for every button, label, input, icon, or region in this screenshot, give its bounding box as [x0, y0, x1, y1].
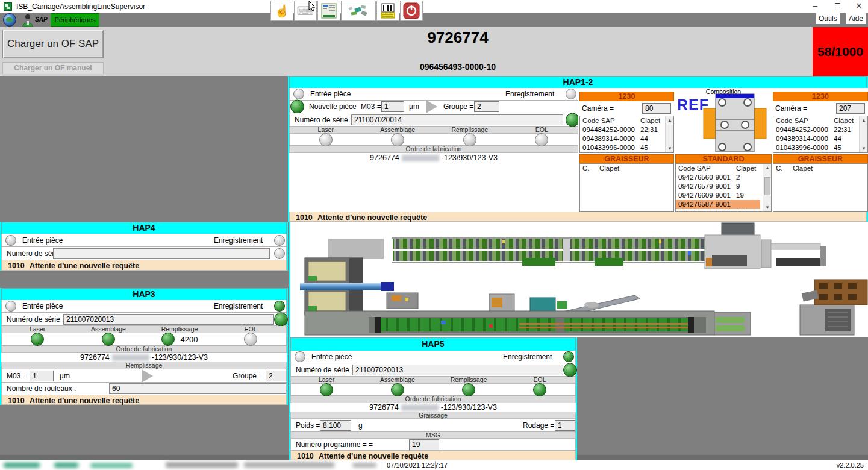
graisseur-left-list[interactable]: C.Clapet: [579, 163, 674, 212]
camera-left-row: Caméra =: [579, 102, 674, 114]
hap1-2-steps-leds: [289, 134, 578, 146]
serial-input[interactable]: [351, 114, 563, 125]
company-logo: [54, 463, 78, 468]
list-item[interactable]: 010433996-000045: [580, 143, 673, 152]
serial-input[interactable]: [53, 248, 270, 259]
camera-right-value[interactable]: [836, 103, 865, 114]
composition-area: Composition 1230 Caméra = Code SAPClapet…: [578, 88, 868, 212]
hap5-entree-row: Entrée pièce Enregistrement: [290, 351, 576, 363]
scrollbar[interactable]: ▲▼: [763, 164, 771, 212]
hap3-m03-row: M03 = µm Groupe =: [1, 369, 287, 383]
of-section-header: Ordre de fabrication: [1, 346, 287, 353]
eol-led: [535, 133, 548, 146]
peripheriques-button[interactable]: Périphériques: [51, 13, 99, 27]
laser-led: [31, 333, 44, 346]
hap1-2-nouvelle-row: Nouvelle pièce M03 = µm Groupe =: [289, 101, 578, 113]
of-redacted: [402, 155, 439, 161]
barcode-icon: [381, 2, 395, 19]
camera-left-value[interactable]: [642, 103, 671, 114]
scrollbar[interactable]: ▲▼: [859, 116, 867, 152]
groupe-input[interactable]: [266, 371, 286, 381]
list-item[interactable]: 094484252-000022;31: [580, 125, 673, 134]
menu-aide[interactable]: Aide: [846, 13, 866, 24]
enregistrement-led: [563, 351, 574, 362]
hap3-serial-row: Numéro de série :: [1, 313, 287, 326]
serial-led: [274, 248, 285, 259]
power-button[interactable]: [400, 1, 423, 21]
serial-input[interactable]: [63, 314, 274, 325]
parts-button[interactable]: [341, 1, 376, 21]
entree-piece-led: [295, 351, 305, 362]
list-item[interactable]: 094276609-900119: [676, 191, 771, 200]
panel-hap3: HAP3 Entrée pièce Enregistrement Numéro …: [0, 288, 288, 405]
rouleaux-input[interactable]: [109, 383, 286, 394]
lower-line: [305, 311, 751, 335]
rodage-input[interactable]: [555, 420, 575, 431]
enregistrement-label: Enregistrement: [505, 90, 554, 98]
list-item-selected[interactable]: 094276587-9001: [676, 200, 760, 209]
hap4-entree-row: Entrée pièce Enregistrement: [1, 234, 287, 247]
nouvelle-piece-led: [290, 100, 304, 114]
m03-input[interactable]: [381, 101, 404, 112]
redacted-status-text: [352, 463, 376, 467]
hap5-steps-leds: [290, 384, 576, 396]
remplissage-led: [462, 383, 475, 396]
prog-input[interactable]: [409, 439, 439, 450]
remplissage-led: [463, 133, 476, 146]
scroll-up-icon[interactable]: ▲: [666, 116, 674, 124]
list-item[interactable]: 094389314-000044: [773, 134, 867, 143]
load-sap-of-button[interactable]: Charger un OF SAP: [2, 30, 104, 58]
msg-section-header: MSG: [290, 432, 576, 439]
power-icon: [403, 2, 420, 19]
standard-list[interactable]: Code SAPClapet 094276560-90012 094276579…: [675, 163, 772, 212]
hap4-status: 1010Attente d'une nouvelle requête: [1, 260, 287, 271]
sap-list-left[interactable]: Code SAPClapet 094484252-000022;31 09438…: [579, 116, 674, 153]
entree-piece-led: [5, 301, 16, 312]
close-button[interactable]: ✕: [850, 0, 868, 12]
globe-icon[interactable]: [3, 13, 16, 27]
m03-label: M03 =: [361, 102, 381, 111]
hap5-status: 1010Attente d'une nouvelle requête: [290, 451, 576, 460]
of-prefix: 9726774: [370, 154, 399, 162]
scroll-up-icon[interactable]: ▲: [763, 164, 772, 172]
hap5-prog-row: Numéro programme = =: [290, 439, 576, 451]
load-manual-of-button[interactable]: Charger un OF manuel: [2, 62, 104, 74]
scroll-down-icon[interactable]: ▼: [860, 145, 868, 152]
list-item[interactable]: 094276560-90012: [676, 173, 771, 182]
list-item[interactable]: 094484252-000022:31: [773, 125, 867, 134]
title-bar: ISB_CarriageAssemblingLineSupervisor – ✕: [0, 0, 868, 13]
play-arrow-icon: [426, 100, 437, 113]
groupe-input[interactable]: [474, 101, 499, 112]
of-line: 9726774-123/930/123-V3: [1, 353, 287, 362]
sap-list-right[interactable]: Code SAPClapet 094484252-000022:31 09438…: [773, 116, 868, 153]
scroll-thumb[interactable]: [764, 177, 770, 195]
scrollbar[interactable]: ▲▼: [665, 116, 673, 152]
eol-led: [533, 383, 546, 396]
list-item[interactable]: 094389314-000044: [580, 134, 673, 143]
hap1-2-title: HAP1-2: [289, 76, 867, 88]
minimize-button[interactable]: –: [806, 0, 824, 12]
serial-input[interactable]: [352, 365, 563, 375]
m03-input[interactable]: [30, 371, 54, 381]
scroll-down-icon[interactable]: ▼: [763, 204, 772, 212]
graisseur-right-list[interactable]: C.Clapet: [773, 163, 868, 212]
scroll-up-icon[interactable]: ▲: [860, 116, 868, 124]
camera-left-header: 1230: [579, 92, 674, 101]
touch-mode-button[interactable]: ☝: [270, 1, 293, 21]
form-view-button[interactable]: [317, 1, 340, 21]
redacted-status-text: [166, 462, 238, 468]
maximize-icon: [835, 3, 840, 8]
hand-pointer-icon: ☝: [275, 4, 290, 17]
sap-user-icon[interactable]: [22, 14, 34, 27]
app-version: v2.2.0.25: [831, 462, 864, 469]
barcode-button[interactable]: [376, 1, 399, 21]
list-item[interactable]: 094276579-90019: [676, 182, 771, 191]
maximize-button[interactable]: [828, 0, 846, 12]
statusbar-separator: [382, 461, 382, 469]
menu-outils[interactable]: Outils: [816, 13, 840, 24]
company-logo: [4, 463, 40, 468]
bottom-edge-left: [0, 455, 289, 460]
scroll-down-icon[interactable]: ▼: [666, 145, 674, 152]
poids-input[interactable]: [320, 420, 351, 431]
list-item[interactable]: 010433996-000045: [773, 143, 867, 152]
